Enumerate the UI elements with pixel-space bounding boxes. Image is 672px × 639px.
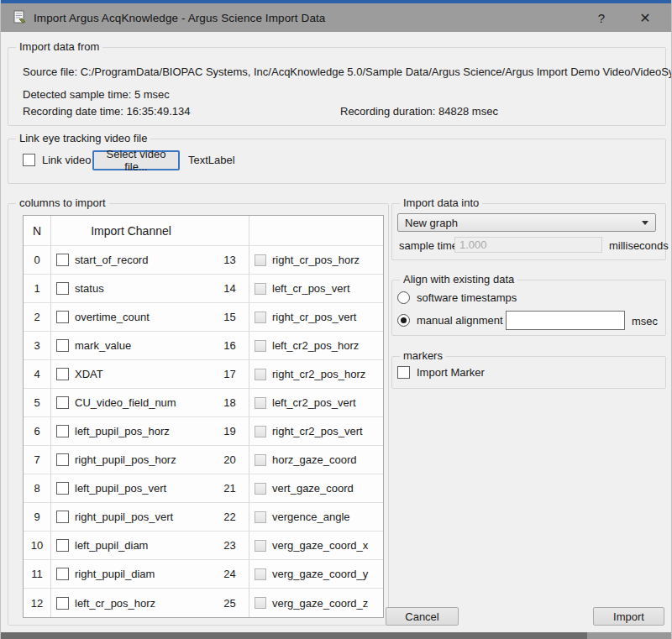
row-index: 13 [211,246,249,275]
select-video-file-button[interactable]: Select video file... [92,150,180,170]
row-index: 18 [211,389,249,417]
milliseconds-label: milliseconds [609,239,669,252]
row-index: 22 [211,503,249,532]
channel-checkbox[interactable] [255,426,266,437]
row-index: 15 [211,303,249,332]
msec-label: msec [632,315,658,327]
channel-checkbox[interactable] [255,397,266,409]
channel-checkbox[interactable] [255,369,266,380]
software-timestamps-radio[interactable] [397,291,410,304]
channel-checkbox[interactable] [255,540,266,552]
channel-label: overtime_count [75,311,150,323]
channel-cell: CU_video_field_num [51,389,211,417]
channel-checkbox[interactable] [255,283,266,295]
sample-time-input[interactable] [454,237,602,253]
channel-label: vert_gaze_coord [272,482,354,495]
link-video-checkbox[interactable] [23,154,35,166]
channel-checkbox[interactable] [56,482,69,495]
channel-checkbox[interactable] [56,282,69,295]
channel-cell: right_pupil_pos_horz [51,446,211,474]
row-index: 8 [24,474,51,503]
channel-checkbox[interactable] [255,511,266,523]
row-index: 5 [24,389,51,417]
channel-cell: verg_gaze_coord_x [249,532,383,560]
channel-label: left_cr_pos_vert [272,282,350,295]
align-existing-data-label: Align with existing data [400,273,517,285]
channel-cell: left_cr2_pos_horz [249,332,383,360]
row-index: 3 [24,332,51,360]
link-video-group-label: Link eye tracking video file [16,132,150,144]
manual-alignment-radio[interactable] [397,314,410,327]
channel-checkbox[interactable] [56,396,69,409]
channel-checkbox[interactable] [255,454,266,466]
title-bar[interactable]: Import Argus AcqKnowledge - Argus Scienc… [1,3,671,32]
import-marker-checkbox[interactable] [397,366,410,379]
channel-checkbox[interactable] [56,425,69,437]
channel-checkbox[interactable] [56,339,69,352]
column-header-n: N [24,216,51,246]
row-index: 11 [24,560,51,589]
row-index: 0 [24,246,51,275]
manual-alignment-label: manual alignment [417,314,503,327]
channel-label: horz_gaze_coord [272,453,356,466]
channel-label: left_pupil_pos_horz [75,425,170,437]
channel-cell: vergence_angle [249,503,383,532]
software-timestamps-option[interactable]: software timestamps [397,291,517,304]
column-header-spacer [211,216,249,246]
channel-checkbox[interactable] [255,568,266,580]
channel-checkbox[interactable] [56,539,69,552]
channel-label: verg_gaze_coord_z [272,597,368,610]
channel-checkbox[interactable] [255,597,266,609]
channel-checkbox[interactable] [56,311,69,323]
sample-time-label: sample time [399,239,458,252]
import-button[interactable]: Import [593,607,664,626]
channel-label: right_cr2_pos_vert [272,425,363,437]
import-data-from-label: Import data from [16,40,102,53]
manual-alignment-option[interactable]: manual alignment [397,314,503,327]
app-icon [13,10,28,25]
channel-checkbox[interactable] [56,254,69,266]
channel-checkbox[interactable] [56,597,69,610]
channel-checkbox[interactable] [56,568,69,580]
row-index: 23 [211,532,249,560]
channel-cell: right_cr_pos_vert [249,303,383,332]
close-button[interactable]: ✕ [631,5,659,30]
video-text-label: TextLabel [188,154,235,166]
channel-checkbox[interactable] [56,511,69,523]
channel-cell: horz_gaze_coord [249,446,383,474]
detected-sample-time-text: Detected sample time: 5 msec [23,88,170,101]
channel-label: XDAT [75,368,103,380]
channel-cell: XDAT [51,360,211,389]
channel-cell: vert_gaze_coord [249,474,383,503]
channel-label: vergence_angle [272,511,350,523]
row-index: 20 [211,446,249,474]
channel-checkbox[interactable] [255,312,266,323]
row-index: 16 [211,332,249,360]
channel-cell: verg_gaze_coord_z [249,589,383,617]
channel-cell: right_cr2_pos_vert [249,417,383,446]
row-index: 6 [24,417,51,446]
target-graph-dropdown[interactable]: New graph [397,213,656,232]
channel-cell: verg_gaze_coord_y [249,560,383,589]
markers-group-label: markers [400,349,446,362]
target-graph-value: New graph [405,217,458,229]
channel-cell: left_pupil_pos_horz [51,417,211,446]
cancel-button[interactable]: Cancel [386,607,459,626]
import-dialog-window: Import Argus AcqKnowledge - Argus Scienc… [0,0,672,639]
channel-cell: overtime_count [51,303,211,332]
software-timestamps-label: software timestamps [417,291,517,304]
channel-cell: left_pupil_pos_vert [51,474,211,503]
channel-checkbox[interactable] [56,368,69,380]
columns-to-import-label: columns to import [16,196,109,209]
channel-checkbox[interactable] [255,340,266,352]
channel-checkbox[interactable] [255,254,266,266]
channel-label: start_of_record [75,254,148,266]
channel-label: right_pupil_diam [75,568,155,580]
manual-alignment-input[interactable] [506,311,625,330]
help-button[interactable]: ? [587,5,616,30]
row-index: 24 [211,560,249,589]
channel-label: left_cr2_pos_horz [272,339,359,352]
channel-checkbox[interactable] [56,453,69,466]
column-header-channel: Import Channel [51,216,211,246]
channel-checkbox[interactable] [255,483,266,495]
